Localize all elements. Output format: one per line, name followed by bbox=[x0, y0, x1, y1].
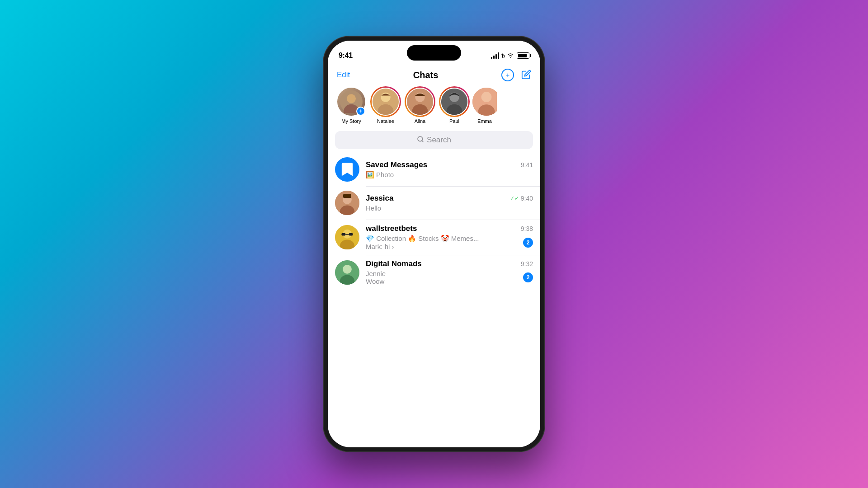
signal-bar-4 bbox=[498, 52, 499, 59]
saved-messages-preview-text: Photo bbox=[376, 171, 394, 178]
nomads-unread-badge: 2 bbox=[523, 272, 533, 282]
status-time: 9:41 bbox=[339, 52, 353, 60]
svg-rect-25 bbox=[349, 233, 353, 235]
svg-point-28 bbox=[343, 264, 352, 273]
nomads-avatar bbox=[335, 260, 359, 285]
saved-messages-name: Saved Messages bbox=[366, 160, 427, 169]
story-label-natalee: Natalee bbox=[377, 118, 394, 124]
chat-list: Saved Messages 9:41 🖼️ Photo bbox=[328, 153, 540, 447]
paul-avatar bbox=[440, 88, 468, 116]
svg-point-1 bbox=[347, 94, 356, 103]
wsb-name-row: wallstreetbets 9:38 bbox=[366, 224, 533, 233]
story-label-paul: Paul bbox=[449, 118, 459, 124]
jessica-time: 9:40 bbox=[521, 195, 533, 202]
search-bar[interactable]: Search bbox=[335, 131, 533, 149]
wsb-preview2: Mark: hi › bbox=[366, 243, 479, 250]
story-item-natalee[interactable]: Natalee bbox=[369, 88, 402, 124]
nomads-name-row: Digital Nomads 9:32 bbox=[366, 259, 533, 268]
add-chat-button[interactable]: + bbox=[501, 69, 514, 81]
wsb-avatar bbox=[335, 225, 359, 249]
battery-fill bbox=[518, 54, 527, 57]
svg-line-16 bbox=[422, 141, 423, 142]
saved-messages-preview: 🖼️ Photo bbox=[366, 171, 533, 179]
wsb-time: 9:38 bbox=[521, 225, 533, 232]
double-check-icon: ✓✓ bbox=[510, 195, 519, 202]
emma-avatar-wrap bbox=[472, 88, 497, 116]
wsb-unread-badge: 2 bbox=[523, 238, 533, 248]
jessica-name: Jessica bbox=[366, 194, 393, 203]
nomads-preview: Jennie bbox=[366, 270, 386, 277]
saved-messages-content: Saved Messages 9:41 🖼️ Photo bbox=[366, 160, 533, 179]
story-item-paul[interactable]: Paul bbox=[438, 88, 471, 124]
saved-messages-name-row: Saved Messages 9:41 bbox=[366, 160, 533, 169]
dynamic-island bbox=[407, 45, 461, 61]
nomads-preview2: Woow bbox=[366, 277, 386, 285]
jessica-time-wrap: ✓✓ 9:40 bbox=[510, 195, 533, 202]
jessica-avatar bbox=[335, 191, 359, 215]
natalee-avatar bbox=[372, 88, 400, 116]
header-actions: + bbox=[501, 69, 531, 81]
phone-screen: 9:41 ᵬ bbox=[328, 41, 540, 447]
chat-item-saved-messages[interactable]: Saved Messages 9:41 🖼️ Photo bbox=[328, 153, 540, 186]
edit-button[interactable]: Edit bbox=[337, 70, 350, 80]
chat-item-wallstreetbets[interactable]: wallstreetbets 9:38 💎 Collection 🔥 Stock… bbox=[328, 220, 540, 255]
my-story-avatar-wrap: + bbox=[337, 88, 365, 116]
compose-button[interactable] bbox=[521, 70, 531, 81]
wsb-name: wallstreetbets bbox=[366, 224, 417, 233]
story-item-my-story[interactable]: + My Story bbox=[335, 88, 368, 124]
signal-bar-3 bbox=[495, 54, 497, 59]
wsb-preview: 💎 Collection 🔥 Stocks 🤡 Memes... bbox=[366, 235, 479, 243]
search-placeholder: Search bbox=[427, 136, 451, 145]
story-item-emma[interactable]: Emma bbox=[472, 88, 497, 124]
signal-bar-1 bbox=[491, 57, 492, 59]
stories-row: + My Story Natal bbox=[328, 86, 540, 131]
natalee-avatar-wrap bbox=[372, 88, 400, 116]
saved-messages-avatar bbox=[335, 157, 359, 182]
story-label-emma: Emma bbox=[477, 118, 492, 124]
chats-header: Edit Chats + bbox=[328, 65, 540, 86]
chat-item-jessica[interactable]: Jessica ✓✓ 9:40 Hello bbox=[328, 186, 540, 220]
saved-messages-time: 9:41 bbox=[521, 161, 533, 169]
battery-icon bbox=[517, 52, 529, 59]
nomads-content: Digital Nomads 9:32 Jennie Woow 2 bbox=[366, 259, 533, 285]
add-story-button[interactable]: + bbox=[356, 107, 365, 116]
search-icon bbox=[417, 136, 424, 145]
status-icons: ᵬ bbox=[491, 52, 529, 60]
wsb-content: wallstreetbets 9:38 💎 Collection 🔥 Stock… bbox=[366, 224, 533, 250]
photo-emoji-icon: 🖼️ bbox=[366, 171, 374, 179]
story-item-alina[interactable]: Alina bbox=[404, 88, 436, 124]
status-bar: 9:41 ᵬ bbox=[328, 41, 540, 65]
emma-avatar bbox=[472, 88, 497, 116]
alina-avatar bbox=[406, 88, 434, 116]
nomads-name: Digital Nomads bbox=[366, 259, 422, 268]
jessica-content: Jessica ✓✓ 9:40 Hello bbox=[366, 194, 533, 212]
paul-avatar-wrap bbox=[440, 88, 468, 116]
signal-bars-icon bbox=[491, 52, 499, 59]
wifi-icon: ᵬ bbox=[502, 52, 514, 60]
alina-avatar-wrap bbox=[406, 88, 434, 116]
jessica-name-row: Jessica ✓✓ 9:40 bbox=[366, 194, 533, 203]
svg-rect-24 bbox=[341, 233, 345, 235]
svg-rect-20 bbox=[343, 194, 351, 198]
jessica-preview: Hello bbox=[366, 204, 381, 212]
phone-frame: 9:41 ᵬ bbox=[323, 36, 545, 452]
story-label-alina: Alina bbox=[415, 118, 425, 124]
svg-point-13 bbox=[481, 92, 492, 102]
plus-icon: + bbox=[506, 72, 509, 78]
story-label-my-story: My Story bbox=[341, 118, 361, 124]
page-title: Chats bbox=[413, 70, 439, 80]
nomads-time: 9:32 bbox=[521, 260, 533, 267]
chat-item-digital-nomads[interactable]: Digital Nomads 9:32 Jennie Woow 2 bbox=[328, 255, 540, 290]
signal-bar-2 bbox=[493, 56, 495, 59]
